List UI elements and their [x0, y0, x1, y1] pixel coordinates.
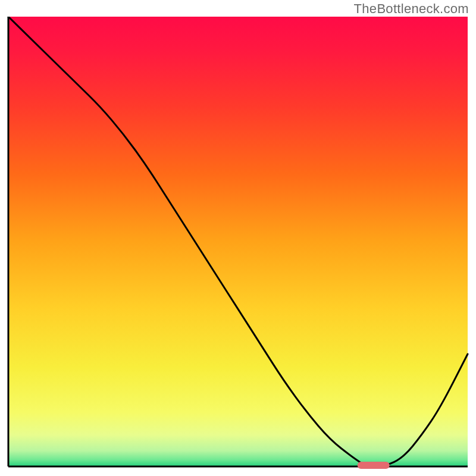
chart-svg	[6, 17, 470, 469]
optimum-marker	[358, 462, 390, 469]
bottleneck-chart: TheBottleneck.com	[0, 0, 476, 476]
watermark-text: TheBottleneck.com	[354, 1, 469, 17]
